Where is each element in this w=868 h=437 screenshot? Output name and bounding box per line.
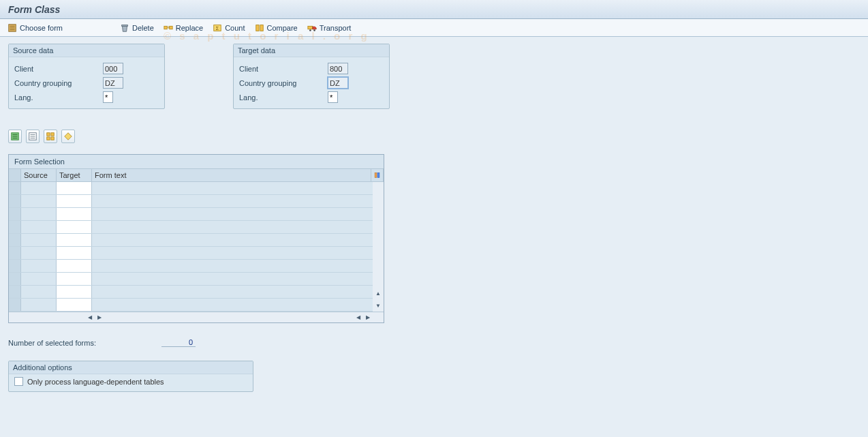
col-selector[interactable] [9,169,21,181]
source-data-group: Source data Client Country grouping Lang… [8,44,165,109]
col-source[interactable]: Source [21,169,57,181]
trash-icon [120,23,129,33]
target-lang-label: Lang. [239,93,328,102]
replace-button[interactable]: Replace [159,21,208,35]
layout-button[interactable] [44,130,57,143]
svg-rect-9 [255,25,258,31]
table-row[interactable] [9,299,384,312]
target-data-title: Target data [234,44,389,57]
target-data-group: Target data Client Country grouping Lang… [233,44,390,109]
table-row[interactable] [9,182,384,195]
additional-options-group: Additional options Only process language… [8,361,253,392]
target-country-label: Country grouping [239,79,328,87]
choose-form-label: Choose form [20,24,63,32]
table-row[interactable] [9,221,384,234]
col-target[interactable]: Target [57,169,92,181]
additional-options-title: Additional options [9,361,253,374]
scroll-right-icon[interactable]: ▶ [95,313,104,322]
count-label: Count [225,24,245,32]
col-form-text[interactable]: Form text [92,169,371,181]
target-lang-field[interactable] [328,91,338,103]
svg-marker-26 [65,133,72,140]
page-title-text: Form Class [8,4,60,15]
form-selection-title: Form Selection [9,155,384,169]
replace-icon [164,23,173,33]
icon-button-row [8,130,860,143]
vertical-scrollbar[interactable]: ▲ ▼ [373,182,384,312]
source-data-title: Source data [9,44,164,57]
deselect-all-button[interactable] [26,130,40,143]
table-row[interactable] [9,247,384,260]
table-config-button[interactable] [371,169,384,181]
select-all-button[interactable] [8,130,22,143]
source-country-label: Country grouping [14,79,103,87]
source-client-label: Client [14,65,103,73]
app-toolbar: © s a p t u t o r i a l . o r g Choose f… [0,19,868,37]
content-area: Source data Client Country grouping Lang… [0,37,868,399]
table-row[interactable] [9,286,384,299]
scroll-right-icon-2[interactable]: ▶ [363,313,373,322]
scroll-left-icon-2[interactable]: ◀ [354,313,363,322]
scroll-left-icon[interactable]: ◀ [85,313,95,322]
delete-label: Delete [132,24,154,32]
count-label: Number of selected forms: [8,339,161,347]
svg-rect-11 [308,26,313,29]
target-client-field[interactable] [328,63,348,74]
table-body: ▲ ▼ [9,182,384,312]
table-header: Source Target Form text [9,169,384,182]
scroll-up-icon[interactable]: ▲ [373,288,383,298]
target-client-label: Client [239,65,328,73]
compare-label: Compare [267,24,298,32]
source-lang-label: Lang. [14,93,103,102]
source-country-field[interactable] [103,77,123,89]
svg-rect-23 [51,133,54,136]
count-line: Number of selected forms: 0 [8,338,860,347]
delete-button[interactable]: Delete [115,21,159,35]
svg-point-12 [309,29,311,31]
transport-label: Transport [320,24,352,32]
svg-rect-28 [377,173,379,178]
svg-rect-4 [122,25,128,26]
table-row[interactable] [9,273,384,286]
form-builder-button[interactable] [61,130,75,143]
only-lang-label: Only process language-dependent tables [27,378,164,386]
source-lang-field[interactable] [103,91,113,103]
replace-label: Replace [176,24,203,32]
transport-button[interactable]: Transport [303,21,356,35]
count-button[interactable]: Σ Count [208,21,249,35]
horizontal-scrollbar[interactable]: ◀ ▶ ◀ ▶ [9,312,384,322]
table-row[interactable] [9,234,384,247]
svg-text:Σ: Σ [216,25,219,30]
svg-rect-24 [47,137,50,140]
compare-button[interactable]: Compare [250,21,303,35]
svg-point-13 [313,29,315,31]
compare-icon [255,23,264,33]
form-selection-table: Form Selection Source Target Form text ▲ [8,154,384,323]
svg-rect-5 [164,26,167,29]
table-row[interactable] [9,260,384,273]
source-client-field[interactable] [103,63,123,74]
svg-rect-22 [47,133,50,136]
target-country-field[interactable] [328,77,348,89]
scroll-down-icon[interactable]: ▼ [373,301,383,310]
page-title: Form Class [0,0,868,19]
truck-icon [307,23,317,33]
svg-rect-27 [375,173,377,178]
table-row[interactable] [9,208,384,221]
count-value: 0 [161,338,196,347]
svg-rect-10 [260,25,262,31]
count-icon: Σ [213,23,222,33]
choose-form-icon [7,23,17,33]
svg-rect-6 [170,26,172,29]
choose-form-button[interactable]: Choose form [3,21,67,35]
only-lang-checkbox[interactable] [14,377,23,386]
table-row[interactable] [9,195,384,208]
svg-rect-25 [51,137,54,140]
